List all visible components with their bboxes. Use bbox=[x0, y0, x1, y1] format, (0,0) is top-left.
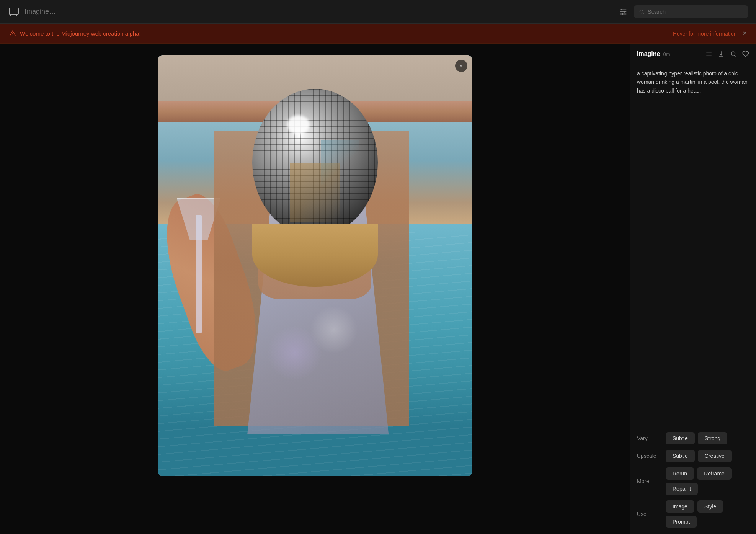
app-logo-icon bbox=[8, 6, 20, 18]
image-area: × bbox=[0, 44, 630, 534]
vary-label: Vary bbox=[637, 435, 662, 441]
top-bar bbox=[0, 0, 756, 24]
close-image-button[interactable]: × bbox=[455, 60, 467, 72]
notification-banner: Welcome to the Midjourney web creation a… bbox=[0, 24, 756, 44]
sidebar-icons bbox=[705, 51, 749, 57]
more-row: More Rerun Reframe Repaint bbox=[637, 467, 749, 495]
settings-icon bbox=[619, 8, 627, 16]
settings-button[interactable] bbox=[619, 8, 627, 16]
upscale-buttons: Subtle Creative bbox=[666, 450, 732, 462]
more-label: More bbox=[637, 478, 662, 484]
notification-message: Welcome to the Midjourney web creation a… bbox=[20, 30, 141, 37]
more-repaint-button[interactable]: Repaint bbox=[666, 483, 698, 495]
svg-point-6 bbox=[622, 13, 623, 15]
warning-icon bbox=[9, 30, 16, 37]
search-icon bbox=[639, 9, 645, 15]
disco-ball bbox=[252, 89, 378, 236]
top-bar-right bbox=[619, 5, 748, 18]
sidebar-download-button[interactable] bbox=[718, 51, 725, 57]
sidebar-title: Imagine bbox=[637, 51, 660, 57]
vary-row: Vary Subtle Strong bbox=[637, 432, 749, 444]
use-row: Use Image Style Prompt bbox=[637, 500, 749, 528]
main-content: × bbox=[0, 44, 756, 534]
notification-left: Welcome to the Midjourney web creation a… bbox=[9, 30, 141, 37]
sidebar-prompt: a captivating hyper realistic photo of a… bbox=[630, 63, 756, 426]
search-icon bbox=[730, 51, 737, 57]
sidebar-actions: Vary Subtle Strong Upscale Subtle Creati… bbox=[630, 426, 756, 534]
svg-point-14 bbox=[731, 52, 735, 56]
menu-icon bbox=[705, 51, 712, 57]
notification-right: Hover for more information × bbox=[673, 29, 747, 38]
upscale-row: Upscale Subtle Creative bbox=[637, 450, 749, 462]
use-prompt-button[interactable]: Prompt bbox=[666, 516, 697, 528]
main-image bbox=[158, 55, 472, 476]
search-box bbox=[634, 5, 748, 18]
upscale-creative-button[interactable]: Creative bbox=[698, 450, 732, 462]
download-icon bbox=[718, 51, 725, 57]
upscale-label: Upscale bbox=[637, 453, 662, 459]
heart-icon bbox=[742, 51, 749, 57]
use-style-button[interactable]: Style bbox=[697, 500, 723, 513]
sidebar-title-area: Imagine 0m bbox=[637, 51, 670, 57]
vary-strong-button[interactable]: Strong bbox=[698, 432, 727, 444]
more-rerun-button[interactable]: Rerun bbox=[666, 467, 694, 480]
sidebar-menu-button[interactable] bbox=[705, 51, 712, 57]
more-buttons: Rerun Reframe Repaint bbox=[666, 467, 749, 495]
upscale-subtle-button[interactable]: Subtle bbox=[666, 450, 695, 462]
sidebar-search-button[interactable] bbox=[730, 51, 737, 57]
use-buttons: Image Style Prompt bbox=[666, 500, 749, 528]
sidebar-header: Imagine 0m bbox=[630, 44, 756, 63]
use-label: Use bbox=[637, 511, 662, 517]
more-reframe-button[interactable]: Reframe bbox=[697, 467, 732, 480]
svg-point-4 bbox=[621, 9, 623, 10]
right-sidebar: Imagine 0m bbox=[630, 44, 756, 534]
svg-point-7 bbox=[640, 10, 643, 13]
sidebar-time: 0m bbox=[663, 51, 670, 57]
disco-reflection2 bbox=[321, 140, 359, 185]
svg-point-5 bbox=[624, 11, 625, 13]
imagine-input[interactable] bbox=[24, 8, 139, 16]
sidebar-heart-button[interactable] bbox=[742, 51, 749, 57]
hair bbox=[252, 224, 378, 287]
vary-subtle-button[interactable]: Subtle bbox=[666, 432, 695, 444]
hover-info-link[interactable]: Hover for more information bbox=[673, 31, 737, 37]
top-bar-left bbox=[8, 6, 139, 18]
svg-point-10 bbox=[13, 35, 13, 35]
vary-buttons: Subtle Strong bbox=[666, 432, 727, 444]
search-input[interactable] bbox=[648, 8, 743, 15]
svg-rect-0 bbox=[9, 8, 18, 14]
image-container: × bbox=[158, 55, 472, 476]
close-notification-button[interactable]: × bbox=[743, 29, 747, 38]
use-image-button[interactable]: Image bbox=[666, 500, 694, 513]
